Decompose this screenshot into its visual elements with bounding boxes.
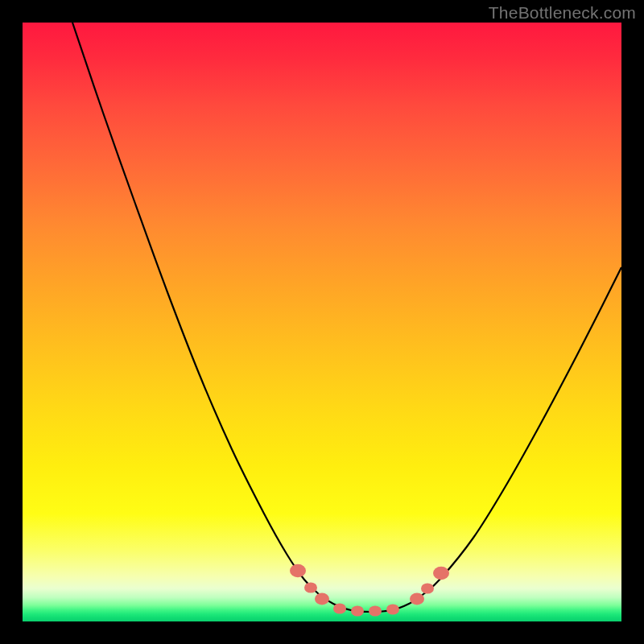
chart-frame: TheBottleneck.com [0, 0, 644, 644]
watermark-label: TheBottleneck.com [489, 3, 636, 23]
bottleneck-curve [72, 23, 621, 612]
curve-markers [290, 564, 449, 617]
curve-marker [304, 582, 317, 592]
curve-marker [315, 593, 329, 605]
curve-layer [23, 23, 621, 621]
curve-marker [421, 583, 434, 593]
plot-area [23, 23, 621, 621]
curve-marker [351, 605, 364, 616]
curve-marker [290, 564, 306, 577]
curve-marker [433, 567, 449, 580]
curve-marker [333, 603, 346, 613]
curve-marker [410, 593, 424, 605]
curve-marker [369, 605, 382, 616]
curve-marker [386, 604, 399, 614]
